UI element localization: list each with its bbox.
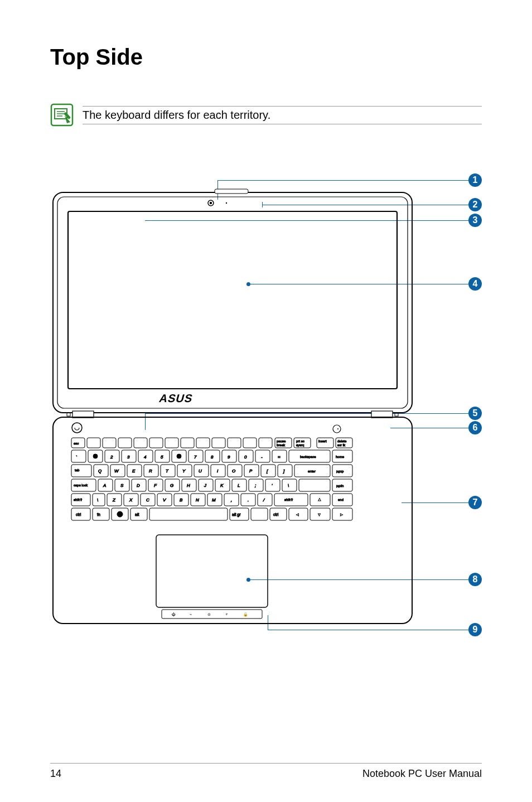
svg-rect-127 (265, 479, 280, 491)
svg-rect-22 (87, 438, 100, 448)
page-number: 14 (50, 768, 61, 780)
svg-text:backspace: backspace (300, 455, 316, 458)
svg-text:end: end (338, 498, 344, 501)
svg-rect-31 (228, 438, 241, 448)
svg-text:3: 3 (127, 455, 130, 460)
svg-text:I: I (217, 468, 219, 474)
svg-text:.: . (248, 497, 249, 503)
svg-rect-11 (68, 211, 397, 389)
svg-rect-156 (258, 494, 272, 506)
svg-text:7: 7 (194, 455, 197, 460)
svg-text:\: \ (288, 483, 289, 488)
svg-text:U: U (199, 468, 202, 474)
page-footer: 14 Notebook PC User Manual (50, 763, 482, 780)
svg-rect-23 (103, 438, 116, 448)
note-icon (50, 103, 74, 127)
svg-text:fn: fn (97, 513, 100, 516)
svg-text:pause: pause (277, 439, 286, 443)
svg-text:=: = (278, 455, 280, 460)
note-text: The keyboard differs for each territory. (83, 106, 482, 124)
svg-text:B: B (180, 497, 183, 503)
svg-text:▲: ▲ (317, 497, 322, 502)
svg-text:/: / (263, 497, 265, 503)
svg-text:ctrl: ctrl (273, 513, 279, 516)
svg-text:E: E (132, 468, 136, 474)
svg-rect-5 (53, 192, 412, 413)
svg-rect-28 (181, 438, 194, 448)
svg-text:2: 2 (110, 455, 113, 460)
svg-text:⏻: ⏻ (172, 612, 176, 616)
svg-rect-166 (93, 508, 109, 520)
svg-rect-6 (57, 197, 408, 408)
svg-text:': ' (272, 483, 273, 488)
svg-text:8: 8 (211, 455, 214, 460)
svg-text:H: H (187, 483, 190, 488)
svg-text:O: O (232, 468, 235, 474)
svg-text:►: ► (340, 513, 344, 516)
svg-text:alt gr: alt gr (232, 513, 241, 517)
svg-text:C: C (146, 497, 149, 503)
svg-text:break: break (277, 443, 286, 447)
svg-text:prt sc: prt sc (296, 439, 304, 443)
svg-text:4: 4 (144, 455, 147, 460)
svg-rect-136 (93, 494, 105, 506)
callout-7: 7 (468, 496, 482, 509)
svg-text:Y: Y (182, 468, 186, 474)
svg-text:ᯤ: ᯤ (225, 612, 229, 616)
svg-text:[: [ (266, 468, 268, 474)
callout-1: 1 (468, 173, 482, 187)
svg-text:P: P (249, 468, 253, 474)
svg-text:alt: alt (135, 513, 139, 516)
svg-rect-129 (282, 479, 297, 491)
svg-rect-24 (118, 438, 132, 448)
svg-text:9: 9 (228, 455, 230, 460)
svg-rect-7 (215, 189, 248, 194)
svg-text:M: M (212, 497, 216, 503)
svg-text:◄: ◄ (296, 513, 299, 516)
svg-text:X: X (129, 497, 133, 503)
callout-2: 2 (468, 198, 482, 211)
svg-text:shift⇧: shift⇧ (74, 498, 83, 501)
svg-text:F: F (154, 483, 157, 488)
svg-text:esc: esc (74, 442, 79, 445)
svg-rect-27 (165, 438, 178, 448)
svg-rect-99 (278, 465, 292, 477)
svg-point-9 (210, 202, 212, 204)
svg-point-19 (337, 428, 338, 429)
svg-text:L: L (238, 483, 240, 488)
svg-text:D: D (137, 483, 140, 488)
callout-9: 9 (468, 623, 482, 636)
svg-text:]: ] (283, 468, 285, 474)
callout-4: 4 (468, 277, 482, 291)
svg-text:K: K (220, 483, 224, 488)
svg-rect-33 (259, 438, 272, 448)
svg-text:V: V (163, 497, 166, 503)
svg-point-10 (226, 202, 227, 204)
callout-8: 8 (468, 573, 482, 586)
svg-text:pgdn: pgdn (336, 484, 344, 487)
svg-text:T: T (166, 468, 169, 474)
svg-text:🔒: 🔒 (243, 612, 248, 617)
svg-point-17 (72, 423, 82, 433)
svg-point-18 (333, 425, 341, 433)
svg-text:5: 5 (161, 455, 163, 460)
svg-rect-184 (156, 535, 268, 607)
svg-text:delete: delete (337, 439, 347, 443)
svg-text:J: J (204, 483, 207, 488)
svg-text:pgup: pgup (336, 470, 344, 473)
svg-text:W: W (114, 468, 119, 474)
svg-text:,: , (231, 497, 232, 503)
svg-rect-25 (134, 438, 147, 448)
footer-doc-title: Notebook PC User Manual (362, 768, 482, 780)
svg-text:G: G (170, 483, 173, 488)
svg-rect-131 (299, 479, 330, 491)
svg-text:A: A (103, 483, 106, 488)
svg-rect-32 (243, 438, 257, 448)
svg-text:⌁: ⌁ (190, 612, 192, 616)
svg-text:enter: enter (308, 470, 316, 473)
svg-rect-172 (149, 508, 228, 520)
svg-text:caps lock: caps lock (74, 484, 88, 487)
svg-rect-175 (251, 508, 268, 520)
note-box: The keyboard differs for each territory. (50, 103, 482, 127)
svg-point-169 (117, 511, 123, 517)
